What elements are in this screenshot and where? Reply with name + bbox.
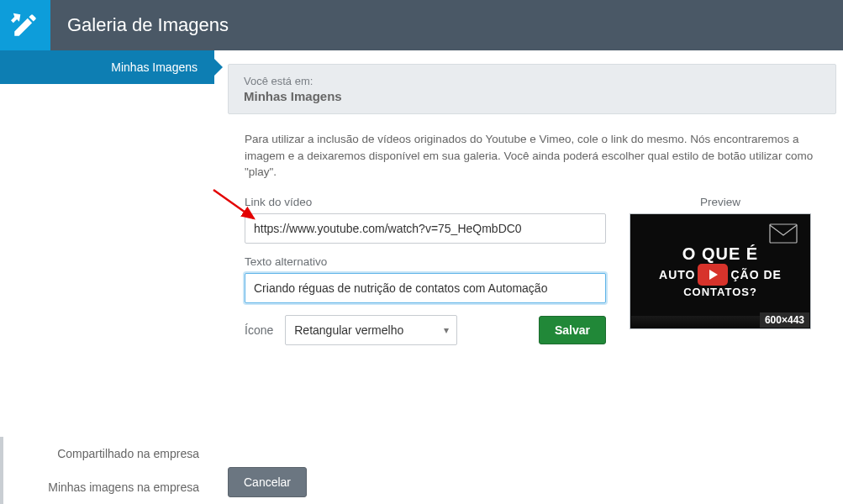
preview-text-line1: O QUE É: [682, 244, 758, 264]
sidebar: Minhas Imagens Compartilhado na empresa …: [0, 50, 214, 504]
preview-text-line2: AUTO ÇÃO DE: [659, 264, 782, 286]
sidebar-item-minhas-imagens-empresa[interactable]: Minhas imagens na empresa: [3, 470, 214, 504]
preview-thumbnail: O QUE É AUTO ÇÃO DE CONTATOS? 600×443: [630, 213, 811, 329]
preview-label: Preview: [630, 196, 811, 208]
breadcrumb: Você está em: Minhas Imagens: [228, 64, 836, 114]
play-icon: [698, 264, 728, 286]
cancel-button[interactable]: Cancelar: [228, 467, 307, 497]
sidebar-item-label: Minhas imagens na empresa: [48, 480, 199, 494]
preview-column: Preview O QUE É AUTO ÇÃO DE: [630, 196, 811, 345]
topbar: Galeria de Imagens: [0, 0, 843, 50]
alt-label: Texto alternativo: [245, 255, 606, 268]
alt-input[interactable]: [245, 273, 606, 303]
cancel-row: Cancelar: [228, 467, 836, 497]
icon-save-row: Ícone Retangular vermelho ▾ Salvar: [245, 315, 606, 345]
icone-label: Ícone: [245, 323, 273, 337]
preview-text-line3: CONTATOS?: [683, 286, 757, 298]
envelope-icon: [769, 223, 798, 248]
sidebar-item-label: Compartilhado na empresa: [57, 447, 199, 460]
help-text: Para utilizar a inclusão de vídeos origi…: [245, 131, 836, 181]
save-button[interactable]: Salvar: [539, 316, 606, 344]
body: Minhas Imagens Compartilhado na empresa …: [0, 50, 843, 504]
sidebar-item-compartilhado-empresa[interactable]: Compartilhado na empresa: [3, 437, 214, 470]
content-row: Link do vídeo Texto alternativo Ícone Re…: [245, 196, 836, 345]
field-texto-alternativo: Texto alternativo: [245, 255, 606, 303]
content-top: Para utilizar a inclusão de vídeos origi…: [228, 131, 836, 345]
link-label: Link do vídeo: [245, 196, 606, 208]
sidebar-bottom-group: Compartilhado na empresa Minhas imagens …: [0, 437, 214, 504]
breadcrumb-title: Minhas Imagens: [244, 89, 820, 103]
sidebar-item-minhas-imagens[interactable]: Minhas Imagens: [0, 50, 214, 84]
dimensions-badge: 600×443: [760, 312, 809, 328]
svg-rect-0: [770, 224, 797, 243]
sidebar-item-label: Minhas Imagens: [111, 60, 198, 74]
field-link-video: Link do vídeo: [245, 196, 606, 244]
icone-select[interactable]: Retangular vermelho: [285, 315, 457, 345]
page-title: Galeria de Imagens: [50, 0, 229, 50]
link-input[interactable]: [245, 213, 606, 244]
app-icon-box: [0, 0, 50, 50]
icone-select-wrap: Retangular vermelho ▾: [285, 315, 457, 345]
breadcrumb-prefix: Você está em:: [244, 75, 820, 87]
form-column: Link do vídeo Texto alternativo Ícone Re…: [245, 196, 606, 345]
pencil-ruler-icon: [11, 11, 40, 39]
main-content: Você está em: Minhas Imagens Para utiliz…: [214, 50, 843, 504]
